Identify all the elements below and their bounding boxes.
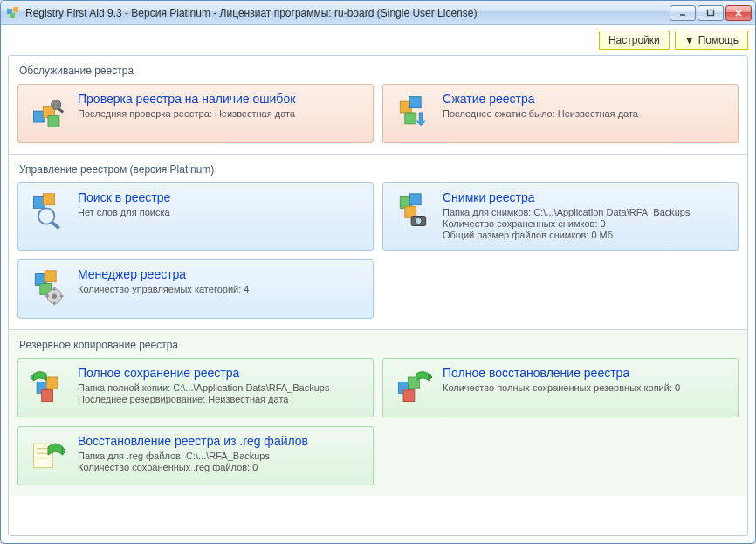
card-line: Количество полных сохраненных резервных … bbox=[443, 382, 729, 393]
card-line: Папка для .reg файлов: C:\...\RFA_Backup… bbox=[78, 451, 364, 461]
svg-rect-34 bbox=[46, 377, 58, 389]
card-title: Сжатие реестра bbox=[443, 92, 729, 106]
section-maintenance: Обслуживание реестра Проверка реестра bbox=[9, 56, 747, 154]
card-line: Количество управляемых категорий: 4 bbox=[78, 284, 364, 294]
card-check-registry[interactable]: Проверка реестра на наличие ошибок После… bbox=[17, 84, 374, 143]
full-backup-icon bbox=[27, 366, 69, 408]
help-button[interactable]: ▼ Помощь bbox=[675, 31, 748, 50]
svg-point-17 bbox=[38, 208, 54, 224]
card-title: Поиск в реестре bbox=[78, 190, 364, 204]
card-registry-manager[interactable]: Менеджер реестра Количество управляемых … bbox=[17, 259, 374, 319]
section-manage: Управление реестром (версия Platinum) По… bbox=[9, 154, 747, 329]
card-line: Последнее резервирование: Неизвестная да… bbox=[78, 394, 364, 404]
app-window: Registry First Aid 9.3 - Версия Platinum… bbox=[0, 0, 756, 544]
card-title: Менеджер реестра bbox=[78, 267, 364, 281]
svg-rect-16 bbox=[44, 194, 55, 205]
card-title: Восстановление реестра из .reg файлов bbox=[78, 434, 364, 448]
minimize-button[interactable] bbox=[670, 5, 696, 21]
card-line: Папка полной копии: C:\...\Application D… bbox=[78, 382, 364, 393]
card-line: Общий размер файлов снимков: 0 Мб bbox=[443, 230, 729, 240]
svg-rect-20 bbox=[409, 194, 421, 205]
full-restore-icon bbox=[392, 366, 434, 408]
settings-label: Настройки bbox=[608, 34, 660, 46]
card-reg-restore[interactable]: Восстановление реестра из .reg файлов Па… bbox=[17, 426, 374, 485]
svg-rect-13 bbox=[409, 97, 421, 108]
snapshots-icon bbox=[392, 190, 434, 232]
content-panel: Обслуживание реестра Проверка реестра bbox=[8, 55, 748, 536]
close-button[interactable] bbox=[725, 5, 752, 21]
section-title-maintenance: Обслуживание реестра bbox=[19, 65, 739, 77]
svg-rect-2 bbox=[10, 13, 15, 18]
window-buttons bbox=[670, 5, 752, 21]
card-title: Проверка реестра на наличие ошибок bbox=[78, 92, 364, 106]
svg-rect-9 bbox=[48, 116, 59, 127]
card-full-restore[interactable]: Полное восстановление реестра Количество… bbox=[382, 358, 739, 417]
svg-rect-38 bbox=[403, 390, 415, 402]
section-backup: Резервное копирование реестра Полное с bbox=[9, 329, 747, 496]
check-registry-icon bbox=[27, 92, 69, 134]
section-title-backup: Резервное копирование реестра bbox=[19, 339, 739, 351]
card-line: Последняя проверка реестра: Неизвестная … bbox=[78, 108, 364, 119]
maximize-button[interactable] bbox=[698, 5, 724, 21]
section-title-manage: Управление реестром (версия Platinum) bbox=[19, 163, 739, 176]
svg-rect-35 bbox=[42, 390, 53, 402]
card-compress-registry[interactable]: Сжатие реестра Последнее сжатие было: Не… bbox=[382, 84, 739, 143]
titlebar: Registry First Aid 9.3 - Версия Platinum… bbox=[1, 1, 755, 25]
card-line: Нет слов для поиска bbox=[78, 207, 364, 217]
window-title: Registry First Aid 9.3 - Версия Platinum… bbox=[25, 7, 670, 19]
card-title: Полное восстановление реестра bbox=[443, 366, 729, 380]
card-title: Полное сохранение реестра bbox=[78, 366, 364, 380]
reg-restore-icon bbox=[27, 434, 69, 476]
svg-rect-18 bbox=[51, 221, 60, 230]
toolbar: Настройки ▼ Помощь bbox=[1, 25, 755, 52]
card-line: Количество сохраненных снимков: 0 bbox=[443, 218, 729, 229]
card-title: Снимки реестра bbox=[443, 190, 729, 204]
card-line: Количество сохраненных .reg файлов: 0 bbox=[78, 462, 364, 472]
svg-point-23 bbox=[416, 217, 422, 224]
svg-rect-1 bbox=[13, 7, 18, 12]
app-icon bbox=[6, 6, 20, 20]
svg-point-28 bbox=[52, 293, 57, 299]
help-label: Помощь bbox=[698, 34, 739, 46]
svg-rect-25 bbox=[45, 271, 56, 282]
search-registry-icon bbox=[27, 190, 69, 232]
svg-rect-14 bbox=[405, 113, 416, 124]
settings-button[interactable]: Настройки bbox=[599, 31, 670, 50]
card-line: Последнее сжатие было: Неизвестная дата bbox=[443, 108, 729, 119]
svg-rect-11 bbox=[58, 108, 64, 114]
chevron-down-icon: ▼ bbox=[684, 34, 695, 46]
card-search-registry[interactable]: Поиск в реестре Нет слов для поиска bbox=[17, 182, 374, 251]
registry-manager-icon bbox=[27, 267, 69, 309]
card-full-backup[interactable]: Полное сохранение реестра Папка полной к… bbox=[17, 358, 374, 417]
card-line: Папка для снимков: C:\...\Application Da… bbox=[443, 207, 729, 217]
svg-rect-4 bbox=[708, 10, 714, 15]
compress-registry-icon bbox=[392, 92, 434, 134]
card-snapshots[interactable]: Снимки реестра Папка для снимков: C:\...… bbox=[382, 182, 739, 251]
